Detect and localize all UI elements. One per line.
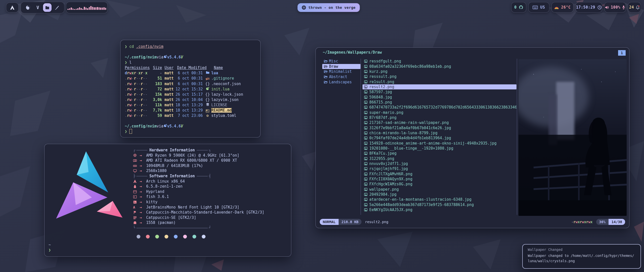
cwd-path: ~/.config/nvim (125, 124, 156, 129)
icons-grid-icon (133, 216, 137, 220)
file-row[interactable]: EeNKYgIUcAAJ5JX.png (363, 207, 516, 212)
open-folder-icon (324, 70, 328, 73)
music-player-widget[interactable]: thrown - on the verge (297, 3, 360, 12)
file-name: 866715.png (369, 100, 392, 105)
file-row[interactable]: 3122955.png (363, 156, 516, 161)
file-row[interactable]: FXfcHgcWIAMzs0G.png (363, 182, 516, 187)
sidebar-folder-minimalist[interactable]: Minimalist (322, 69, 360, 74)
workspace-paint[interactable] (53, 3, 61, 12)
notifications-widget[interactable]: 24 (628, 2, 641, 13)
info-value: 644x272 (146, 168, 167, 174)
lua-moon-icon (164, 124, 167, 127)
info-row: →Arch Linux x86_64 (133, 179, 264, 184)
file-row[interactable]: atardecer-en-la-montanas-ilustracion-634… (363, 197, 516, 202)
kernel-tux-icon (133, 185, 137, 188)
keyboard-layout: US (540, 5, 545, 10)
clock-widget[interactable]: 17:50:29 (576, 2, 602, 13)
workspace-firefox[interactable] (24, 3, 32, 12)
workspace-neovim[interactable]: V (33, 3, 42, 12)
weather-widget[interactable]: 26°C (551, 2, 574, 13)
file-row[interactable]: FXfcJlTXgAMvH6R.png (363, 172, 516, 177)
file-row[interactable]: rsjqojlmjhf91.jpg (363, 166, 516, 171)
workspace-files-active[interactable] (43, 3, 52, 12)
file-row[interactable]: 8FKa7Cu.jpeg (363, 151, 516, 156)
git-icon: git (206, 77, 209, 80)
keyboard-layout-widget[interactable]: US (528, 2, 549, 13)
audio-widget[interactable]: 100% (604, 2, 626, 13)
workspace-switcher: V (21, 2, 64, 13)
terminal-output: ❯ cd .config/nvim ~/.config/nvim via v5.… (125, 44, 258, 134)
mode-badge: NORMAL (320, 219, 339, 225)
file-row[interactable]: 587597.jpg (363, 89, 516, 94)
sidebar-folder-abstract[interactable]: Abstract (322, 74, 360, 80)
github-widget[interactable]: 0 (511, 2, 526, 13)
file-row[interactable]: 68747470733a2f2f696d616765732d7769786d70… (363, 105, 516, 110)
folder-icon (206, 71, 210, 74)
image-file-icon (364, 100, 368, 104)
file-name: ressdfgult.png (369, 59, 401, 63)
file-row[interactable]: 20492984.jpg (363, 192, 516, 197)
image-file-icon (364, 70, 368, 73)
visualizer-bar (89, 7, 90, 10)
spotify-icon (302, 5, 306, 10)
file-row[interactable]: ressdfgult.png (363, 59, 516, 64)
info-row: →AMD Ryzen 9 5900X (24) @ 4.9GHz [61.3°o… (133, 153, 264, 158)
visualizer-bar (94, 7, 95, 10)
visualizer-bar (72, 9, 74, 10)
json-braces-icon: {} (205, 97, 210, 102)
keyboard-icon (533, 6, 538, 9)
file-name: wallpaper.png (369, 187, 399, 192)
sidebar-folder-misc[interactable]: Misc (322, 59, 360, 64)
terminal-window: ❯ cd .config/nvim ~/.config/nvim via v5.… (120, 40, 261, 138)
file-row[interactable]: nnvuv0xj2df71.jpg (363, 161, 516, 166)
file-row[interactable]: 866715.png (363, 100, 516, 105)
file-row[interactable]: 3126f7e9bbf21a8a4af0b67b041c6e26.jpg (363, 125, 516, 130)
file-permissions: -rwxrwxrwx (571, 220, 592, 224)
image-file-icon (364, 177, 368, 181)
info-value: JetBrainsMono Nerd Font Light 10 [GTK2/3… (146, 205, 239, 210)
file-row[interactable]: 5a266e448add93deab367d87173e9f25-6837886… (363, 202, 516, 207)
file-row[interactable]: super-mario.png (363, 110, 516, 115)
file-row[interactable]: resssult.png (363, 74, 516, 79)
terminal-input-line[interactable]: ❯ (125, 129, 258, 134)
file-row[interactable]: 08a634fa02a32364f69ebc86a98eb1eb.png (363, 64, 516, 69)
image-file-icon (364, 126, 368, 130)
file-row[interactable]: 87r687df.png (363, 115, 516, 120)
file-row[interactable]: 0c794faf07de24a4db4d4fb1eb813964.jpg (363, 135, 516, 141)
parent-directory-list: MiscDrawMinimalistAbstractLandscapes (322, 59, 360, 85)
image-file-icon (364, 116, 368, 119)
file-row[interactable]: 217167-sad-anime-rain-wallpaper.png (363, 120, 516, 125)
info-value: 10948MiB / 64183MiB (17%) (146, 163, 203, 168)
file-name: LICENSE (211, 103, 227, 108)
file-row[interactable]: 154928-odinokoe_anime-art-anime-okno-sin… (363, 141, 516, 146)
json-braces-icon: {} (205, 92, 210, 97)
file-row[interactable]: re1sult.png (363, 79, 516, 84)
section-title: Hardware Information (148, 148, 196, 153)
image-file-icon (364, 172, 368, 176)
palette-dot (155, 235, 159, 239)
notification-body: Wallpaper changed to /home/matt/.config/… (528, 253, 634, 264)
app-launcher-button[interactable] (6, 3, 19, 13)
sidebar-folder-draw[interactable]: Draw (322, 64, 360, 69)
file-row[interactable]: kurz.png (363, 69, 516, 74)
sidebar-folder-landscapes[interactable]: Landscapes (322, 79, 360, 85)
file-row[interactable]: 596848.jpg (363, 94, 516, 99)
image-file-icon (364, 95, 368, 99)
section-header: ┌Hardware Information┐ (133, 148, 211, 153)
file-name: README.md (211, 108, 232, 113)
notification-toast[interactable]: Wallpaper Changed Wallpaper changed to /… (522, 244, 641, 269)
file-row[interactable]: chica-mirando-la-luna-8799.jpg (363, 130, 516, 135)
file-name: FXfcJlTXgAMvH6R.png (369, 172, 413, 176)
github-count: 0 (514, 5, 517, 10)
info-value: AMD ATI Radeon RX 6800/6800 XT / 6900 XT (146, 158, 237, 163)
file-name: init.lua (211, 87, 229, 92)
file-name: super-mario.png (369, 110, 403, 115)
file-row[interactable]: FXfcII0X0AQyn9X.png (363, 177, 516, 182)
visualizer-bar (80, 8, 82, 10)
file-row[interactable]: 19201080-__blue-tinge__-1920×1080.jpg (363, 146, 516, 151)
image-file-icon (364, 90, 368, 94)
file-row[interactable]: wallpaper.png (363, 187, 516, 192)
file-row[interactable]: result2.png (363, 84, 516, 89)
shell-prompt[interactable]: ❯ (49, 248, 51, 252)
cd-argument: .config/nvim (136, 44, 163, 49)
